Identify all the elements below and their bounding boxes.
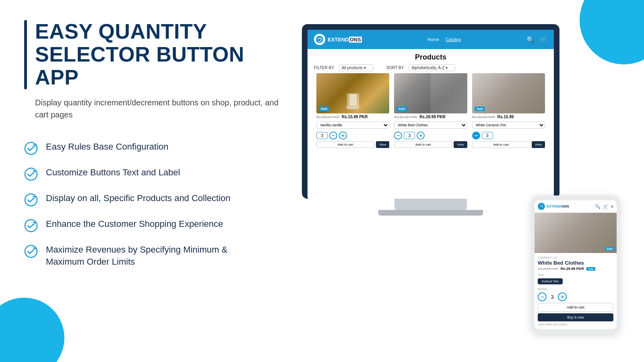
feature-item-1: Easy Rules Base Configuration bbox=[24, 141, 282, 155]
phone-size-label: Size bbox=[538, 273, 613, 277]
variant-select-3[interactable]: White Ceramic Pot bbox=[472, 121, 545, 129]
qty-increase-2[interactable]: + bbox=[417, 132, 425, 140]
phone-qty-decrease[interactable]: − bbox=[538, 292, 547, 301]
product-image-3: Sale bbox=[472, 73, 545, 113]
price-new-1: Rs.15.99 PKR bbox=[342, 115, 367, 119]
page-subtitle: Display quantity increment/decrement but… bbox=[24, 97, 282, 121]
check-icon-1 bbox=[24, 142, 38, 155]
monitor-frame: EXTENDONS Home Catalog 🔍 🛒 bbox=[302, 24, 559, 199]
qty-decrease-1[interactable]: − bbox=[329, 132, 337, 140]
phone-sale-tag: Sale bbox=[586, 267, 595, 271]
check-icon-3 bbox=[24, 193, 38, 207]
check-icon-5 bbox=[24, 245, 38, 258]
feature-item-5: Maximize Revenues by Specifying Minimum … bbox=[24, 244, 282, 269]
phone-logo: EXTENDONS bbox=[538, 203, 569, 210]
phone-size-button[interactable]: Default Title bbox=[538, 278, 563, 284]
shop-nav-icons: 🔍 🛒 bbox=[526, 36, 547, 43]
price-row-1: Rs.30.00 PKR Rs.15.99 PKR bbox=[316, 115, 389, 119]
add-to-cart-2[interactable]: Add to cart bbox=[394, 141, 452, 148]
svg-point-3 bbox=[25, 220, 37, 232]
feature-text-2: Customize Buttons Text and Label bbox=[46, 167, 180, 179]
price-old-2: Rs.35.00 PKR bbox=[394, 115, 417, 119]
add-to-cart-1[interactable]: Add to cart bbox=[316, 141, 374, 148]
phone-company: COMPANY 123 bbox=[538, 256, 613, 259]
qty-decrease-3[interactable]: − bbox=[472, 132, 480, 140]
sale-badge-1: Sale bbox=[319, 107, 329, 111]
svg-point-1 bbox=[25, 168, 37, 180]
sort-by-select[interactable]: Alphabetically, A-Z ▾ bbox=[409, 64, 455, 71]
feature-text-5: Maximize Revenues by Specifying Minimum … bbox=[46, 244, 227, 269]
phone-qty-row: − 3 + bbox=[538, 292, 613, 301]
phone-price-new: Rs.29.99 PKR bbox=[561, 267, 584, 271]
shop-nav: EXTENDONS Home Catalog 🔍 🛒 bbox=[308, 30, 554, 49]
logo-text: EXTENDONS bbox=[328, 37, 362, 43]
filter-by-select[interactable]: All products ▾ bbox=[339, 64, 374, 71]
phone-cart-icon: 🛒 bbox=[603, 204, 609, 209]
filter-by-label: FILTER BY bbox=[314, 66, 334, 70]
phone-button-label: Button bbox=[538, 287, 613, 291]
shop-products-title: Products bbox=[308, 49, 554, 64]
view-button-3[interactable]: View bbox=[532, 141, 545, 148]
phone-product-description: Sleek white bed clothes bbox=[538, 323, 613, 326]
qty-row-1: 3 − + bbox=[316, 132, 389, 140]
desktop-mockup: EXTENDONS Home Catalog 🔍 🛒 bbox=[302, 24, 559, 216]
shop-nav-links: Home Catalog bbox=[427, 37, 461, 42]
phone-logo-text: EXTENDONS bbox=[547, 204, 569, 208]
sort-by-label: SORT BY bbox=[386, 66, 404, 70]
feature-item-2: Customize Buttons Text and Label bbox=[24, 167, 282, 181]
feature-item-3: Display on all, Specific Products and Co… bbox=[24, 192, 282, 207]
phone-price-old: Rs.35.00 PKR bbox=[538, 267, 558, 271]
search-icon: 🔍 bbox=[526, 36, 535, 43]
title-wrapper: EASY QUANTITY SELECTOR BUTTON APP bbox=[24, 20, 282, 89]
svg-point-4 bbox=[25, 245, 37, 257]
feature-item-4: Enhance the Customer Shopping Experience bbox=[24, 218, 282, 232]
nav-link-home: Home bbox=[427, 37, 439, 42]
variant-select-1[interactable]: Vanilla candle bbox=[316, 121, 389, 129]
phone-logo-icon bbox=[538, 203, 545, 210]
view-button-2[interactable]: View bbox=[454, 141, 467, 148]
phone-nav-icons: 🔍 🛒 ≡ bbox=[595, 204, 613, 209]
phone-screen: EXTENDONS 🔍 🛒 ≡ Sale bbox=[535, 200, 617, 329]
mobile-mockup: EXTENDONS 🔍 🛒 ≡ Sale bbox=[531, 195, 620, 334]
right-panel: EXTENDONS Home Catalog 🔍 🛒 bbox=[298, 20, 620, 346]
phone-qty-display: 3 bbox=[548, 294, 556, 300]
check-icon-4 bbox=[24, 219, 38, 232]
check-icon-2 bbox=[24, 167, 38, 181]
variant-select-2[interactable]: White Bed Clothes bbox=[394, 121, 467, 129]
price-new-3: Rs.15.99 bbox=[497, 115, 514, 119]
sale-badge-2: Sale bbox=[396, 107, 407, 111]
shop-screen: EXTENDONS Home Catalog 🔍 🛒 bbox=[308, 30, 554, 148]
cart-buttons-2: Add to cart View bbox=[394, 141, 467, 148]
product-image-1: Sale bbox=[316, 73, 389, 113]
phone-buy-now[interactable]: Buy it now bbox=[538, 313, 613, 321]
cart-icon: 🛒 bbox=[539, 36, 547, 43]
price-new-2: Rs.29.99 PKR bbox=[419, 115, 445, 119]
qty-row-2: − 3 + bbox=[394, 132, 467, 140]
feature-text-1: Easy Rules Base Configuration bbox=[46, 141, 169, 153]
phone-product-image: Sale bbox=[535, 213, 617, 253]
add-to-cart-3[interactable]: Add to cart bbox=[472, 141, 530, 148]
phone-qty-increase[interactable]: + bbox=[558, 292, 567, 301]
svg-point-2 bbox=[25, 194, 37, 206]
qty-row-3: − 3 bbox=[472, 132, 545, 140]
price-row-2: Rs.35.00 PKR Rs.29.99 PKR bbox=[394, 115, 467, 119]
phone-price-row: Rs.35.00 PKR Rs.29.99 PKR Sale bbox=[538, 267, 613, 271]
cart-buttons-3: Add to cart View bbox=[472, 141, 545, 148]
page-title: EASY QUANTITY SELECTOR BUTTON APP bbox=[35, 20, 282, 89]
qty-decrease-2[interactable]: − bbox=[394, 132, 402, 140]
features-list: Easy Rules Base Configuration Customize … bbox=[24, 141, 282, 280]
phone-frame: EXTENDONS 🔍 🛒 ≡ Sale bbox=[531, 195, 620, 334]
qty-increase-1[interactable]: + bbox=[339, 132, 347, 140]
phone-product-info: COMPANY 123 White Bed Clothes Rs.35.00 P… bbox=[535, 253, 617, 329]
product-card-1: Sale Rs.30.00 PKR Rs.15.99 PKR Vanilla c… bbox=[314, 73, 392, 148]
view-button-1[interactable]: View bbox=[376, 141, 389, 148]
monitor-stand bbox=[394, 199, 467, 210]
phone-nav: EXTENDONS 🔍 🛒 ≡ bbox=[535, 200, 617, 213]
phone-add-to-cart[interactable]: Add to cart bbox=[538, 303, 613, 312]
qty-display-3: 3 bbox=[482, 132, 493, 139]
shop-filters: FILTER BY All products ▾ SORT BY Alphabe… bbox=[308, 64, 554, 73]
qty-display-1: 3 bbox=[316, 132, 328, 139]
svg-point-0 bbox=[25, 142, 37, 154]
sale-badge-3: Sale bbox=[475, 107, 485, 111]
svg-point-5 bbox=[316, 36, 323, 43]
